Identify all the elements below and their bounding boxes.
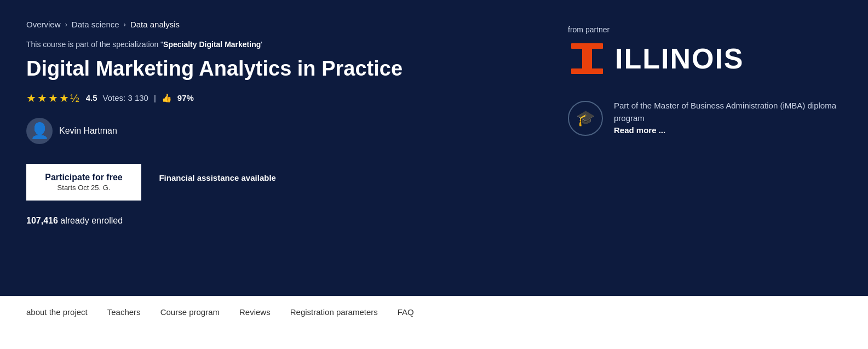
- nav-registration[interactable]: Registration parameters: [290, 307, 378, 317]
- hero-right-panel: from partner ILLINOIS 🎓 Part of the Mast…: [568, 20, 842, 137]
- nav-about[interactable]: about the project: [26, 307, 88, 317]
- specialization-note: This course is part of the specializatio…: [26, 40, 403, 49]
- i-top-bar: [571, 43, 603, 49]
- enroll-button[interactable]: Participate for free Starts Oct 25. G.: [26, 164, 141, 201]
- illinois-i-logo: [568, 39, 606, 78]
- thumbs-icon: 👍: [162, 93, 172, 103]
- enroll-button-label: Participate for free: [45, 173, 122, 182]
- course-title: Digital Marketing Analytics in Practice: [26, 56, 403, 82]
- read-more-link[interactable]: Read more ...: [614, 125, 665, 135]
- rating-number: 4.5: [86, 93, 97, 102]
- i-bottom-bar: [571, 68, 603, 74]
- graduation-cap-icon: 🎓: [576, 109, 595, 127]
- votes-count: Votes: 3 130: [103, 93, 148, 102]
- hero-left-panel: Overview › Data science › Data analysis …: [26, 20, 403, 226]
- illinois-name: ILLINOIS: [615, 42, 744, 75]
- nav-faq[interactable]: FAQ: [398, 307, 414, 317]
- enrolled-suffix-text: already enrolled: [60, 216, 123, 225]
- specialization-name: Specialty Digital Marketing: [163, 40, 261, 49]
- avatar-icon: 👤: [30, 122, 49, 140]
- hero-section: Overview › Data science › Data analysis …: [0, 0, 868, 296]
- breadcrumb: Overview › Data science › Data analysis: [26, 20, 403, 29]
- rating-row: ★★★★½ 4.5 Votes: 3 130 | 👍 97%: [26, 91, 403, 105]
- i-mid-bar: [582, 49, 592, 68]
- from-partner-label: from partner: [568, 25, 610, 34]
- specialization-suffix: ': [261, 40, 262, 49]
- enroll-section: Participate for free Starts Oct 25. G. F…: [26, 164, 403, 201]
- enrolled-number: 107,416: [26, 216, 58, 225]
- breadcrumb-overview[interactable]: Overview: [26, 20, 61, 29]
- nav-teachers[interactable]: Teachers: [107, 307, 141, 317]
- enroll-starts-label: Starts Oct 25. G.: [43, 184, 125, 192]
- illinois-logo: ILLINOIS: [568, 39, 744, 78]
- breadcrumb-data-science[interactable]: Data science: [72, 20, 119, 29]
- bottom-nav: about the project Teachers Course progra…: [0, 296, 868, 328]
- rating-divider: |: [154, 93, 156, 102]
- enrolled-count: 107,416 already enrolled: [26, 216, 403, 226]
- breadcrumb-data-analysis[interactable]: Data analysis: [130, 20, 180, 29]
- mba-description: Part of the Master of Business Administr…: [614, 101, 836, 123]
- thumbs-percent: 97%: [177, 93, 194, 102]
- mba-text-block: Part of the Master of Business Administr…: [614, 100, 842, 137]
- graduation-icon: 🎓: [568, 101, 603, 136]
- breadcrumb-sep-2: ›: [124, 20, 126, 28]
- instructor-name[interactable]: Kevin Hartman: [59, 126, 117, 136]
- nav-program[interactable]: Course program: [160, 307, 220, 317]
- mba-row: 🎓 Part of the Master of Business Adminis…: [568, 100, 842, 137]
- nav-reviews[interactable]: Reviews: [239, 307, 271, 317]
- specialization-prefix: This course is part of the specializatio…: [26, 40, 163, 49]
- financial-assistance-note: Financial assistance available: [159, 173, 275, 182]
- instructor-row: 👤 Kevin Hartman: [26, 118, 403, 144]
- avatar: 👤: [26, 118, 53, 144]
- breadcrumb-sep-1: ›: [65, 20, 67, 28]
- stars-icon: ★★★★½: [26, 91, 81, 105]
